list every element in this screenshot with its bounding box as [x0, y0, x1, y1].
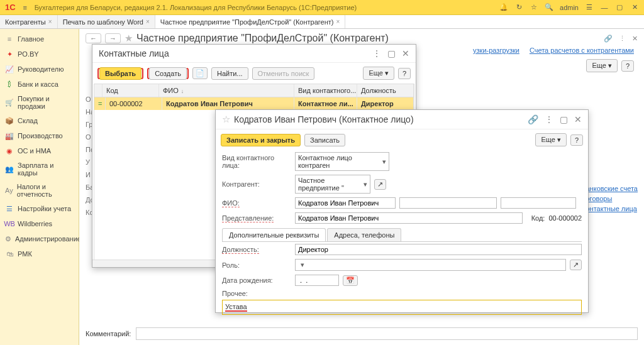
main-content: ← → ★ Частное предприятие "ПрофиДелСтрой… — [79, 29, 644, 345]
save-button[interactable]: Записать — [304, 134, 345, 146]
sidebar-item-0[interactable]: ≡Главное — [0, 31, 79, 47]
code-value: 00-000002 — [548, 214, 582, 222]
search-icon[interactable]: 🔍 — [545, 3, 553, 12]
fio-extra2-input[interactable] — [501, 197, 576, 209]
sidebar-icon: ⚙ — [5, 234, 11, 243]
row-marker-icon: = — [94, 97, 106, 110]
fio-extra-input[interactable] — [399, 197, 497, 209]
other-textarea[interactable]: Устава — [222, 300, 582, 315]
comment-label: Комментарий: — [86, 330, 131, 337]
sidebar-item-13[interactable]: 🛍РМК — [0, 246, 79, 261]
nav-fwd-button[interactable]: → — [105, 33, 121, 43]
link-bank-accounts[interactable]: анковские счета — [586, 185, 638, 192]
sidebar-item-2[interactable]: 📈Руководителю — [0, 62, 79, 77]
sidebar-icon: ₿ — [5, 80, 14, 89]
help-button[interactable]: ? — [621, 60, 634, 72]
sidebar-item-9[interactable]: АуНалоги и отчетность — [0, 180, 79, 201]
column-position[interactable]: Должность — [357, 84, 414, 97]
sidebar-item-6[interactable]: 🏭Производство — [0, 128, 79, 143]
fio-label: ФИО: — [222, 199, 291, 207]
cancel-find-button[interactable]: Отменить поиск — [252, 67, 315, 80]
sidebar-item-5[interactable]: 📦Склад — [0, 113, 79, 128]
kebab-icon[interactable]: ⋮ — [545, 114, 553, 124]
help-button[interactable]: ? — [570, 134, 583, 146]
calendar-icon[interactable]: 📅 — [343, 275, 358, 286]
sidebar-item-4[interactable]: 🛒Покупки и продажи — [0, 92, 79, 113]
sidebar-item-10[interactable]: ☰Настройки учета — [0, 201, 79, 216]
open-ref-button[interactable]: ↗ — [374, 179, 386, 190]
tab-addresses[interactable]: Адреса, телефоны — [327, 228, 401, 241]
link-accounts[interactable]: Счета расчетов с контрагентами — [530, 47, 634, 54]
contact-person-window: ☆ Кодратов Иван Петрович (Контактное лиц… — [215, 109, 589, 313]
maximize-icon[interactable]: ▢ — [387, 48, 396, 58]
sidebar-item-7[interactable]: ◉ОС и НМА — [0, 143, 79, 158]
select-button[interactable]: Выбрать — [99, 67, 142, 80]
settings-icon[interactable]: ☰ — [585, 3, 594, 12]
sidebar-item-11[interactable]: WBWildberries — [0, 216, 79, 231]
minimize-icon[interactable]: — — [600, 3, 609, 12]
sidebar-item-3[interactable]: ₿Банк и касса — [0, 77, 79, 92]
table-row[interactable]: = 00-000002 Кодратов Иван Петрович Конта… — [94, 97, 414, 110]
close-icon[interactable]: ✕ — [630, 3, 639, 12]
history-icon[interactable]: ↻ — [514, 3, 523, 12]
create-button[interactable]: Создать — [149, 67, 187, 80]
link-loading[interactable]: узки-разгрузки — [473, 47, 519, 54]
counterparty-select[interactable]: Частное предприятие " — [295, 175, 370, 194]
more-button[interactable]: Еще ▾ — [586, 59, 617, 72]
sidebar-item-8[interactable]: 👥Зарплата и кадры — [0, 158, 79, 180]
find-button[interactable]: Найти... — [211, 67, 248, 80]
link-icon[interactable]: 🔗 — [604, 35, 613, 43]
titlebar: 1C ≡ Бухгалтерия для Беларуси, редакция … — [0, 0, 644, 15]
kebab-icon[interactable]: ⋮ — [619, 35, 626, 43]
tab-counterparty-form[interactable]: Частное предприятие "ПрофиДелСтрой" (Кон… — [155, 15, 345, 28]
detail-tabs: Дополнительные реквизиты Адреса, телефон… — [222, 228, 582, 242]
star-icon[interactable]: ☆ — [530, 3, 538, 12]
bell-icon[interactable]: 🔔 — [499, 3, 508, 12]
comment-input[interactable] — [136, 327, 638, 340]
sidebar: ≡Главное✦PO.BY📈Руководителю₿Банк и касса… — [0, 29, 79, 345]
more-button[interactable]: Еще ▾ — [535, 133, 566, 146]
help-button[interactable]: ? — [398, 68, 411, 79]
user-label[interactable]: admin — [560, 4, 579, 11]
close-icon[interactable]: ✕ — [632, 35, 638, 43]
type-select[interactable]: Контактное лицо контраген — [295, 152, 389, 171]
column-code[interactable]: Код — [103, 84, 159, 97]
tab-extra-props[interactable]: Дополнительные реквизиты — [222, 228, 326, 241]
open-ref-button[interactable]: ↗ — [570, 260, 582, 270]
close-icon[interactable]: ✕ — [574, 114, 582, 124]
birth-label: Дата рождения: — [222, 277, 291, 284]
representation-input[interactable] — [295, 212, 523, 224]
more-button[interactable]: Еще ▾ — [363, 67, 394, 80]
copy-button[interactable]: 📄 — [192, 67, 208, 79]
sidebar-icon: ◉ — [5, 146, 14, 155]
menu-icon[interactable]: ≡ — [21, 3, 30, 12]
link-contact-persons[interactable]: онтактные лица — [586, 205, 638, 212]
document-tabs: Контрагенты× Печать по шаблону Word× Час… — [0, 15, 644, 29]
fio-input[interactable] — [295, 197, 396, 209]
birth-input[interactable] — [295, 275, 339, 286]
close-icon[interactable]: × — [48, 18, 52, 25]
tab-word-template[interactable]: Печать по шаблону Word× — [58, 15, 155, 28]
role-select[interactable] — [295, 259, 566, 271]
favorite-star-icon[interactable]: ★ — [125, 33, 133, 44]
position-input[interactable] — [295, 244, 582, 255]
sidebar-icon: 👥 — [5, 165, 14, 173]
maximize-icon[interactable]: ▢ — [560, 114, 568, 124]
link-contracts[interactable]: оговоры — [586, 195, 638, 202]
save-close-button[interactable]: Записать и закрыть — [221, 134, 301, 146]
close-icon[interactable]: ✕ — [402, 48, 409, 58]
favorite-star-icon[interactable]: ☆ — [222, 114, 230, 125]
tab-counterparties[interactable]: Контрагенты× — [0, 15, 58, 28]
column-fio[interactable]: ФИО↓ — [159, 84, 294, 97]
sidebar-item-12[interactable]: ⚙Администрирование — [0, 231, 79, 246]
nav-back-button[interactable]: ← — [86, 33, 101, 43]
sidebar-item-1[interactable]: ✦PO.BY — [0, 47, 79, 62]
link-icon[interactable]: 🔗 — [528, 114, 538, 124]
position-label: Должность: — [222, 246, 291, 254]
kebab-icon[interactable]: ⋮ — [372, 48, 381, 58]
column-type[interactable]: Вид контактного... — [294, 84, 357, 97]
close-icon[interactable]: × — [146, 18, 150, 25]
close-icon[interactable]: × — [336, 18, 340, 25]
maximize-icon[interactable]: ▢ — [615, 3, 624, 12]
comment-row: Комментарий: — [86, 327, 638, 340]
